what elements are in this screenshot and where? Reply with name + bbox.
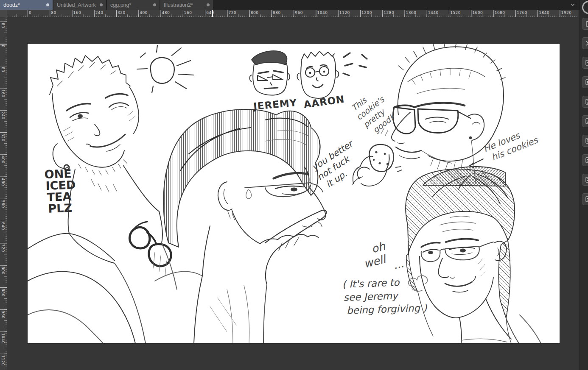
tab-untitled-artwork[interactable]: Untitled_Artwork — [53, 0, 106, 10]
ruler-label: 1680 — [495, 11, 505, 15]
ruler-label: 560 — [184, 11, 192, 15]
annotation-rare-note: ( It's rare to see Jeremy being forgivin… — [342, 276, 427, 316]
panel-tab-brushes-icon[interactable] — [582, 37, 588, 49]
document-canvas[interactable]: ONE ICED TEA PLZ JEREMY AARON This cooki… — [28, 44, 560, 343]
annotation-loves-note: He loves his cookies — [470, 124, 540, 167]
ruler-label: 400 — [140, 11, 148, 15]
vertical-ruler[interactable]: 8008016024032040048056064072080088096010… — [0, 17, 7, 370]
ruler-label: 560 — [1, 200, 5, 208]
ruler-label: 1920 — [561, 11, 571, 15]
ruler-corner — [0, 10, 7, 17]
annotation-one-iced-tea-plz: ONE ICED TEA PLZ — [44, 167, 81, 215]
ruler-label: 800 — [251, 11, 259, 15]
tab-bar: doodz* Untitled_Artwork cgg.png* Illustr… — [0, 0, 588, 10]
tab-label: cgg.png* — [110, 2, 153, 8]
panel-tab-options-icon[interactable] — [582, 76, 588, 88]
panel-tab-document-icon[interactable] — [582, 96, 588, 108]
ruler-label: 720 — [1, 244, 5, 252]
annotation-jeremy-label: JEREMY — [252, 97, 297, 112]
panel-tab-tool-icon[interactable] — [582, 57, 588, 69]
ruler-label: 160 — [1, 89, 5, 97]
ruler-label: 80 — [1, 67, 5, 72]
sun-doodle — [137, 45, 194, 93]
ruler-label: 1280 — [384, 11, 394, 15]
annotation-oh-well: oh well ... — [359, 236, 405, 279]
ruler-label: 1760 — [517, 11, 527, 15]
panel-tab-layers-icon[interactable] — [582, 174, 588, 186]
chibi-jeremy-head — [250, 51, 290, 95]
tab-close-dot[interactable] — [207, 3, 210, 6]
ruler-label: 400 — [1, 156, 5, 164]
panel-tab-layers-icon[interactable] — [582, 193, 588, 205]
right-panel-dock — [580, 0, 588, 370]
ruler-label: 160 — [73, 11, 81, 15]
ruler-label: 1600 — [472, 11, 483, 15]
ruler-label: 1040 — [1, 333, 5, 344]
tab-illustration2[interactable]: Illustration2* — [160, 0, 213, 10]
ruler-label: 1120 — [1, 355, 5, 366]
sketch-face-softsmile-guy — [406, 169, 541, 343]
panel-tab-layers-icon[interactable] — [582, 154, 588, 166]
ruler-label: 240 — [1, 111, 5, 120]
tab-close-dot[interactable] — [153, 3, 156, 6]
ruler-label: 960 — [295, 11, 303, 15]
ruler-label: 0 — [1, 45, 5, 47]
panel-tab-clipboard-icon[interactable] — [582, 18, 588, 30]
tab-label: Illustration2* — [164, 2, 207, 8]
annotation-cookie-comment: This cookie's pretty good! — [348, 85, 400, 138]
tab-label: Untitled_Artwork — [57, 2, 100, 8]
ruler-label: 1040 — [317, 11, 328, 15]
ruler-label: 320 — [1, 134, 5, 142]
svg-text:He loves his cookies: He loves his cookies — [482, 124, 540, 164]
ruler-label: 1120 — [339, 11, 350, 15]
ruler-label: 1360 — [406, 11, 417, 15]
ruler-label: 640 — [206, 11, 214, 15]
workspace-background: ONE ICED TEA PLZ JEREMY AARON This cooki… — [7, 17, 580, 370]
ruler-label: 80 — [1, 23, 5, 28]
chibi-aaron-head — [297, 51, 353, 98]
tab-label: doodz* — [3, 2, 46, 8]
ruler-label: 880 — [1, 289, 5, 297]
horizontal-ruler[interactable]: 0801602403204004805606407208008809601040… — [7, 10, 578, 17]
tab-close-dot[interactable] — [100, 3, 103, 6]
tab-cgg-png[interactable]: cgg.png* — [107, 0, 160, 10]
panel-tab-settings-icon[interactable] — [582, 115, 588, 127]
ruler-label: 1840 — [539, 11, 549, 15]
ruler-label: 0 — [29, 11, 31, 15]
ruler-label: 240 — [95, 11, 104, 15]
canvas-artwork[interactable]: ONE ICED TEA PLZ JEREMY AARON This cooki… — [28, 44, 560, 343]
ruler-label: 320 — [118, 11, 126, 15]
tab-doodz[interactable]: doodz* — [0, 0, 53, 10]
tab-close-dot[interactable] — [46, 3, 49, 6]
paint-app-window: { "tab_bar": { "tabs": [ { "label": "doo… — [0, 0, 588, 370]
ruler-label: 800 — [1, 267, 5, 275]
ruler-label: 1200 — [361, 11, 372, 15]
sketch-face-thinking-guy — [155, 109, 326, 343]
ruler-label: 880 — [273, 11, 281, 15]
tab-overflow-chevron-icon[interactable] — [570, 3, 575, 6]
ruler-label: 1440 — [428, 11, 439, 15]
ruler-label: 480 — [1, 178, 5, 186]
ruler-label: 720 — [228, 11, 236, 15]
ruler-label: 80 — [51, 11, 56, 15]
ruler-label: 960 — [1, 311, 5, 319]
ruler-label: 1520 — [450, 11, 461, 15]
panel-tab-canvas-icon[interactable] — [582, 135, 588, 147]
ruler-label: 480 — [162, 11, 170, 15]
ruler-label: 640 — [1, 222, 5, 230]
